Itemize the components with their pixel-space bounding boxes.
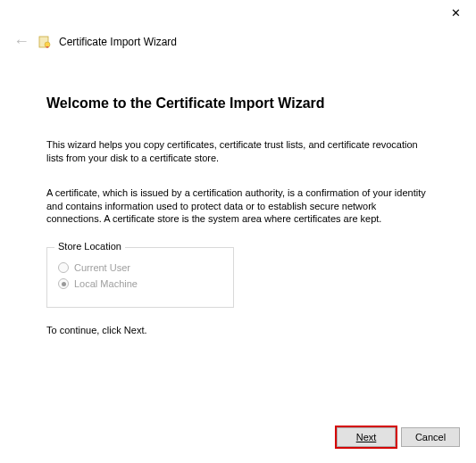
radio-icon <box>58 278 69 289</box>
radio-label: Current User <box>74 262 130 273</box>
store-location-legend: Store Location <box>54 241 125 252</box>
wizard-header: ← Certificate Import Wizard <box>0 27 476 60</box>
intro-paragraph-1: This wizard helps you copy certificates,… <box>46 138 431 165</box>
close-icon: ✕ <box>451 6 461 20</box>
radio-local-machine: Local Machine <box>58 278 222 289</box>
wizard-title: Certificate Import Wizard <box>59 36 177 48</box>
intro-paragraph-2: A certificate, which is issued by a cert… <box>46 186 431 227</box>
radio-icon <box>58 262 69 273</box>
cancel-button-label: Cancel <box>415 432 446 442</box>
radio-label: Local Machine <box>74 278 138 289</box>
wizard-button-row: Next Cancel <box>337 427 460 447</box>
store-location-group: Store Location Current User Local Machin… <box>46 247 234 308</box>
title-bar: ✕ <box>0 0 476 27</box>
radio-current-user: Current User <box>58 262 222 273</box>
wizard-content: Welcome to the Certificate Import Wizard… <box>0 60 476 337</box>
next-button-label: Next <box>356 432 377 442</box>
close-button[interactable]: ✕ <box>436 0 476 25</box>
next-button[interactable]: Next <box>337 427 396 447</box>
certificate-icon <box>38 35 52 49</box>
page-heading: Welcome to the Certificate Import Wizard <box>46 95 431 112</box>
cancel-button[interactable]: Cancel <box>401 427 460 447</box>
continue-text: To continue, click Next. <box>46 324 431 337</box>
back-arrow-icon: ← <box>13 32 30 51</box>
